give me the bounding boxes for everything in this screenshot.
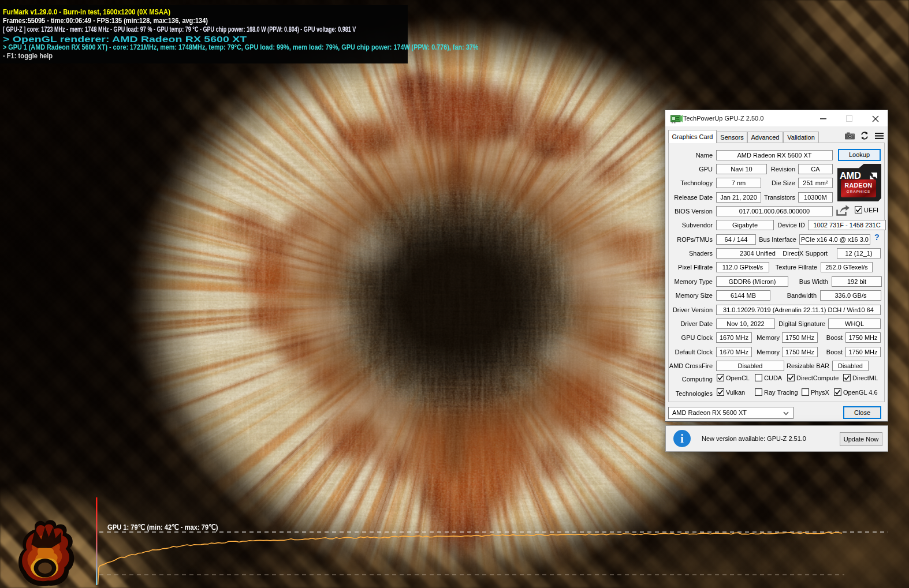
svg-text:GPU 1: 79℃ (min: 42℃ - max: 79: GPU 1: 79℃ (min: 42℃ - max: 79℃) (107, 523, 218, 531)
